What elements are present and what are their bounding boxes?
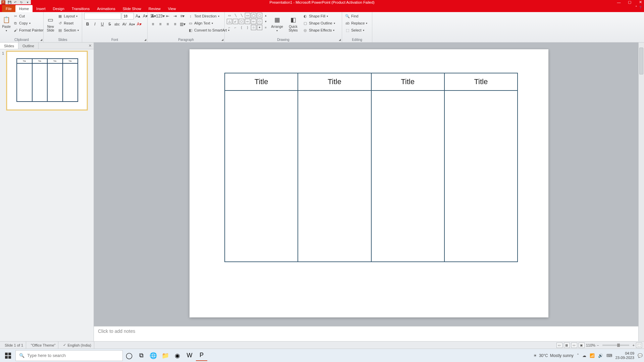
vertical-scrollbar[interactable]	[638, 43, 644, 341]
sorter-view-button[interactable]: ▦	[564, 343, 570, 348]
tab-home[interactable]: Home	[15, 5, 33, 12]
font-family-input[interactable]	[84, 13, 121, 19]
volume-icon[interactable]: 🔊	[598, 353, 603, 358]
table-header-cell[interactable]: Title	[225, 73, 298, 90]
undo-icon[interactable]: ↶	[13, 0, 17, 4]
fit-to-window-button[interactable]: ⛶	[636, 343, 642, 348]
tab-file[interactable]: File	[2, 5, 15, 12]
slide-table[interactable]: Title Title Title Title	[224, 73, 518, 262]
strikethrough-button[interactable]: S̶	[106, 21, 113, 27]
system-clock[interactable]: 04:09 23-09-2023	[615, 351, 634, 359]
table-header-cell[interactable]: Title	[298, 73, 371, 90]
align-right-button[interactable]: ≡	[164, 21, 171, 27]
copy-button[interactable]: ⧉Copy▾	[12, 20, 45, 26]
zoom-in-button[interactable]: +	[633, 343, 635, 347]
bullets-button[interactable]: ☰▾	[150, 13, 156, 19]
tab-transitions[interactable]: Transitions	[68, 5, 93, 12]
paste-button[interactable]: 📋 Paste ▾	[2, 13, 11, 35]
weather-widget[interactable]: ☀ 30°C Mostly sunny	[533, 353, 574, 358]
table-cell[interactable]	[225, 90, 298, 262]
tray-chevron-icon[interactable]: ˄	[577, 353, 579, 358]
thumbnail-tab-outline[interactable]: Outline	[18, 43, 39, 49]
tab-animations[interactable]: Animations	[93, 5, 119, 12]
table-cell[interactable]	[444, 90, 518, 262]
text-direction-button[interactable]: ↕Text Direction▾	[187, 13, 230, 19]
normal-view-button[interactable]: ▭	[556, 343, 562, 348]
quick-styles-button[interactable]: ◧ Quick Styles	[286, 13, 301, 35]
tab-view[interactable]: View	[164, 5, 180, 12]
align-center-button[interactable]: ≡	[157, 21, 164, 27]
table-header-cell[interactable]: Title	[371, 73, 444, 90]
justify-button[interactable]: ≡	[172, 21, 178, 27]
grow-font-button[interactable]: A▴	[135, 13, 141, 19]
tab-design[interactable]: Design	[49, 5, 68, 12]
font-size-input[interactable]: 18	[122, 13, 134, 19]
table-header-cell[interactable]: Title	[444, 73, 518, 90]
format-painter-button[interactable]: 🖌Format Painter	[12, 27, 45, 34]
tab-slideshow[interactable]: Slide Show	[119, 5, 145, 12]
decrease-indent-button[interactable]: ⇤	[164, 13, 171, 19]
save-icon[interactable]: 💾	[7, 0, 11, 4]
columns-button[interactable]: ▥▾	[179, 21, 186, 27]
notifications-icon[interactable]: 💬	[638, 353, 643, 358]
change-case-button[interactable]: Aa▾	[128, 21, 135, 27]
status-language[interactable]: ✓English (India)	[60, 342, 94, 349]
new-slide-button[interactable]: ▭ New Slide	[46, 13, 55, 35]
bold-button[interactable]: B	[84, 21, 91, 27]
cut-button[interactable]: ✂Cut	[12, 13, 45, 19]
qat-customize-icon[interactable]: ▾	[25, 0, 30, 4]
align-text-button[interactable]: ▭Align Text▾	[187, 20, 230, 26]
slide-thumbnail[interactable]: 1 TitleTitleTitleTitle	[2, 51, 92, 110]
notes-pane[interactable]: Click to add notes	[94, 326, 638, 341]
table-cell[interactable]	[298, 90, 371, 262]
convert-smartart-button[interactable]: ◧Convert to SmartArt▾	[187, 27, 230, 34]
numbering-button[interactable]: 123▾	[157, 13, 164, 19]
italic-button[interactable]: I	[92, 21, 98, 27]
zoom-level[interactable]: 110%	[586, 343, 595, 347]
minimize-button[interactable]: —	[616, 0, 621, 4]
find-button[interactable]: 🔍Find	[344, 13, 368, 19]
clipboard-dialog-icon[interactable]: ◢	[40, 38, 42, 41]
increase-indent-button[interactable]: ⇥	[172, 13, 178, 19]
input-lang-icon[interactable]: ⌨	[606, 353, 612, 358]
slide-canvas[interactable]: Title Title Title Title	[190, 49, 548, 317]
chrome-icon[interactable]: ◉	[172, 350, 183, 361]
paragraph-dialog-icon[interactable]: ◢	[221, 38, 223, 41]
replace-button[interactable]: abReplace▾	[344, 20, 368, 26]
zoom-out-button[interactable]: −	[597, 343, 599, 347]
task-view-icon[interactable]: ⧉	[136, 350, 147, 361]
cortana-icon[interactable]: ◯	[123, 350, 135, 361]
drawing-dialog-icon[interactable]: ◢	[339, 38, 341, 41]
font-dialog-icon[interactable]: ◢	[144, 38, 146, 41]
select-button[interactable]: ⬚Select▾	[344, 27, 368, 34]
shape-fill-button[interactable]: ◐Shape Fill▾	[302, 13, 336, 19]
layout-button[interactable]: ▦Layout▾	[57, 13, 80, 19]
thumbnail-close-button[interactable]: ✕	[87, 43, 94, 49]
start-button[interactable]	[1, 350, 15, 361]
shapes-gallery[interactable]: ▭╲╲▭◯▢▴ △↙⬡⇨⇦⬭▾ ⌐⌐{}☆✦≡	[227, 13, 268, 30]
shape-outline-button[interactable]: ▢Shape Outline▾	[302, 20, 336, 26]
thumbnail-tab-slides[interactable]: Slides	[0, 43, 18, 49]
reading-view-button[interactable]: ▭	[571, 343, 577, 348]
table-cell[interactable]	[371, 90, 444, 262]
tab-insert[interactable]: Insert	[33, 5, 49, 12]
edge-icon[interactable]: 🌐	[148, 350, 159, 361]
char-spacing-button[interactable]: AV	[121, 21, 128, 27]
slideshow-view-button[interactable]: ▣	[579, 343, 585, 348]
file-explorer-icon[interactable]: 📁	[160, 350, 171, 361]
word-icon[interactable]: W	[184, 350, 195, 361]
align-left-button[interactable]: ≡	[150, 21, 156, 27]
line-spacing-button[interactable]: ≡▾	[179, 13, 186, 19]
close-button[interactable]: ✕	[638, 0, 643, 4]
wifi-icon[interactable]: 📶	[590, 353, 595, 358]
taskbar-search-input[interactable]: 🔍 Type here to search	[15, 350, 123, 361]
shadow-button[interactable]: abc	[114, 21, 120, 27]
zoom-slider[interactable]	[602, 345, 629, 346]
shape-effects-button[interactable]: ◎Shape Effects▾	[302, 27, 336, 34]
redo-icon[interactable]: ↻	[19, 0, 23, 4]
minimize-ribbon-icon[interactable]: ˄	[635, 5, 637, 10]
arrange-button[interactable]: ▦ Arrange▾	[270, 13, 284, 35]
section-button[interactable]: ▤Section▾	[57, 27, 80, 34]
help-icon[interactable]: ?	[639, 5, 641, 10]
font-color-button[interactable]: A▾	[136, 21, 143, 27]
